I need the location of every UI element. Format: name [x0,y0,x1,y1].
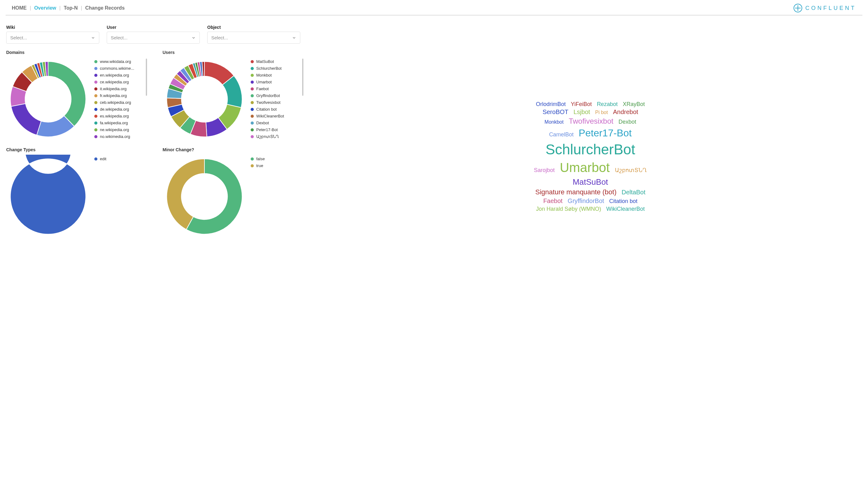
wordcloud-word[interactable]: CamelBot [549,131,574,138]
legend-label: Citation bot [256,107,277,112]
donut-users[interactable] [163,57,246,141]
wordcloud-word[interactable]: Twofivesixbot [569,117,613,125]
legend-swatch [94,74,97,77]
chevron-down-icon [292,36,296,40]
legend-item[interactable]: Faebot [251,86,301,91]
filter-object-label: Object [207,25,300,30]
wordcloud-word[interactable]: Monkbot [545,119,563,125]
wordcloud-word[interactable]: Umarbot [560,160,609,175]
wordcloud-word[interactable]: YiFeiBot [571,101,592,107]
filter-user-placeholder: Select... [111,35,128,40]
wordcloud-word[interactable]: Sarojbot [534,167,555,173]
legend-item[interactable]: Twofivesixbot [251,100,301,105]
legend-item[interactable]: Monkbot [251,73,301,77]
wordcloud-word[interactable]: DeltaBot [622,189,645,196]
wordcloud-word[interactable]: Peter17-Bot [579,127,632,138]
legend-item[interactable]: ne.wikipedia.org [94,127,145,132]
filter-wiki-select[interactable]: Select... [6,32,99,44]
donut-slice[interactable] [48,62,86,126]
wordcloud-word[interactable]: Rezabot [597,101,618,107]
wordcloud-word[interactable]: Dexbot [619,119,636,125]
brand-text: CONFLUENT [805,5,856,11]
donut-change-types[interactable] [6,155,90,238]
wordcloud-word[interactable]: OrlodrimBot [536,101,566,107]
legend-item[interactable]: Dexbot [251,121,301,125]
legend-item[interactable]: Citation bot [251,107,301,112]
legend-domains[interactable]: www.wikidata.orgcommons.wikime...en.wiki… [94,57,145,141]
donut-domains[interactable] [6,57,90,141]
legend-item[interactable]: es.wikipedia.org [94,114,145,118]
legend-item[interactable]: Peter17-Bot [251,127,301,132]
legend-label: en.wikipedia.org [100,73,129,77]
wordcloud-word[interactable]: Citation bot [609,198,638,204]
legend-label: de.wikipedia.org [100,107,129,112]
nav: HOME | Overview | Top-N | Change Records [12,5,125,11]
wordcloud[interactable]: OrlodrimBot YiFeiBot Rezabot XRayBot Ser… [532,100,649,212]
legend-item[interactable]: ԱշբոտՏՆՂ [251,134,301,139]
legend-label: MatSuBot [256,59,274,64]
wordcloud-word[interactable]: ԱշբոտՏՆՂ [615,167,647,173]
nav-change-records[interactable]: Change Records [85,5,125,11]
legend-domains-wrap: www.wikidata.orgcommons.wikime...en.wiki… [94,57,147,141]
wordcloud-word[interactable]: Lsjbot [574,109,590,115]
nav-topn[interactable]: Top-N [63,5,78,11]
legend-swatch [94,94,97,97]
filter-user-select[interactable]: Select... [107,32,200,44]
wordcloud-word[interactable]: Pi bot [595,110,608,115]
wordcloud-word[interactable]: XRayBot [622,101,645,107]
legend-item[interactable]: true [251,163,301,168]
wordcloud-word[interactable]: Faebot [543,197,562,204]
legend-users[interactable]: MatSuBotSchlurcherBotMonkbotUmarbotFaebo… [251,57,301,141]
legend-swatch [94,108,97,111]
legend-swatch [251,135,254,138]
wordcloud-word[interactable]: Signature manquante (bot) [535,188,617,196]
legend-swatch [94,128,97,131]
filter-object-select[interactable]: Select... [207,32,300,44]
legend-item[interactable]: WikiCleanerBot [251,114,301,118]
wordcloud-word[interactable]: Andrebot [613,109,638,115]
legend-item[interactable]: false [251,157,301,161]
donut-slice[interactable] [10,155,86,234]
legend-swatch [94,87,97,90]
wordcloud-panel: OrlodrimBot YiFeiBot Rezabot XRayBot Ser… [319,50,862,238]
filter-wiki-label: Wiki [6,25,99,30]
legend-item[interactable]: en.wikipedia.org [94,73,145,77]
wordcloud-word[interactable]: SchlurcherBot [546,141,635,157]
legend-minor[interactable]: falsetrue [251,155,301,238]
wordcloud-word[interactable]: GryffindorBot [568,197,604,204]
legend-swatch [251,81,254,84]
wordcloud-word[interactable]: SeroBOT [543,109,568,115]
scrollbar-thumb[interactable] [302,59,304,96]
legend-label: ceb.wikipedia.org [100,100,131,105]
wordcloud-word[interactable]: MatSuBot [573,177,608,186]
legend-item[interactable]: SchlurcherBot [251,66,301,71]
panel-change-types: Change Types edit [6,147,155,238]
legend-item[interactable]: fa.wikipedia.org [94,121,145,125]
legend-label: Faebot [256,86,269,91]
legend-item[interactable]: de.wikipedia.org [94,107,145,112]
legend-swatch [251,157,254,160]
wordcloud-word[interactable]: Jon Harald Søby (WMNO) [536,206,601,212]
legend-item[interactable]: commons.wikime... [94,66,145,71]
legend-item[interactable]: GryffindorBot [251,93,301,98]
panel-minor-title: Minor Change? [163,147,311,152]
legend-item[interactable]: edit [94,157,145,161]
nav-home[interactable]: HOME [12,5,27,11]
legend-label: fa.wikipedia.org [100,121,128,125]
legend-item[interactable]: ceb.wikipedia.org [94,100,145,105]
wordcloud-word[interactable]: WikiCleanerBot [606,206,645,212]
legend-minor-wrap: falsetrue [251,155,304,238]
nav-overview[interactable]: Overview [34,5,56,11]
donut-slice[interactable] [11,104,41,135]
donut-minor[interactable] [163,155,246,238]
legend-item[interactable]: it.wikipedia.org [94,86,145,91]
scrollbar-thumb[interactable] [146,59,147,96]
legend-item[interactable]: MatSuBot [251,59,301,64]
legend-item[interactable]: Umarbot [251,80,301,84]
legend-change-types[interactable]: edit [94,155,145,238]
legend-swatch [94,122,97,125]
legend-item[interactable]: fr.wikipedia.org [94,93,145,98]
legend-item[interactable]: no.wikimedia.org [94,134,145,139]
legend-item[interactable]: ce.wikipedia.org [94,80,145,84]
legend-item[interactable]: www.wikidata.org [94,59,145,64]
